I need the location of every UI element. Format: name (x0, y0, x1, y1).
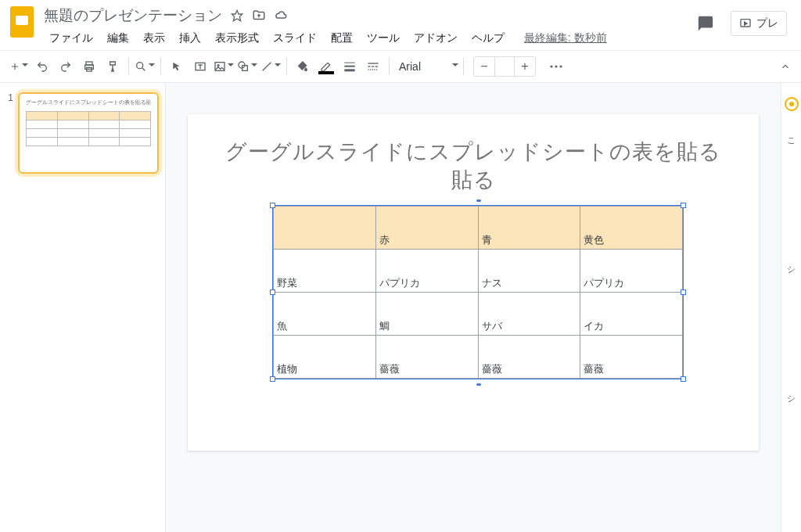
cloud-status-icon[interactable] (274, 9, 288, 23)
menu-insert[interactable]: 挿入 (174, 28, 207, 49)
font-family-select[interactable]: Arial (394, 56, 449, 77)
table-cell[interactable]: パプリカ (375, 250, 478, 293)
star-icon[interactable] (230, 9, 244, 23)
resize-handle-tl[interactable] (270, 203, 275, 208)
decrease-size-button[interactable]: − (474, 57, 494, 76)
toolbar-separator (286, 58, 287, 75)
collapse-toolbar-button[interactable] (774, 56, 796, 77)
slide-thumbnail-1[interactable]: グーグルスライドにスプレッドシートの表を貼る貼る (18, 92, 159, 174)
resize-handle-tr[interactable] (681, 203, 686, 208)
canvas-area[interactable]: グーグルスライドにスプレッドシートの表を貼る貼る ••• 赤 青 黄色 野菜 パ (166, 83, 781, 532)
resize-handle-br[interactable] (681, 376, 686, 382)
table-cell[interactable]: 植物 (274, 336, 376, 379)
svg-rect-17 (375, 66, 378, 66)
table-cell[interactable]: サバ (478, 293, 580, 336)
menu-addons[interactable]: アドオン (408, 28, 463, 49)
title-row: 無題のプレゼンテーション (44, 5, 691, 27)
toolbar-separator (160, 58, 161, 75)
chevron-down-icon (228, 63, 234, 70)
paint-format-button[interactable] (102, 56, 124, 77)
app-header: 無題のプレゼンテーション ファイル 編集 表示 挿入 表示形式 スライド 配置 … (0, 0, 801, 50)
document-title[interactable]: 無題のプレゼンテーション (44, 5, 222, 26)
menu-file[interactable]: ファイル (44, 28, 99, 49)
present-button[interactable]: プレ (731, 11, 787, 36)
slides-icon (10, 6, 34, 38)
rotate-handle-icon[interactable]: ••• (476, 383, 480, 387)
table-cell[interactable]: イカ (580, 293, 683, 336)
side-panel-label[interactable]: シ (787, 264, 796, 275)
svg-rect-22 (376, 69, 377, 70)
line-button[interactable] (260, 56, 282, 77)
border-color-swatch (318, 71, 334, 74)
svg-rect-20 (372, 69, 373, 70)
menu-bar: ファイル 編集 表示 挿入 表示形式 スライド 配置 ツール アドオン ヘルプ … (44, 28, 691, 49)
table-cell[interactable]: ナス (478, 250, 580, 293)
last-edit-status[interactable]: 最終編集: 数秒前 (524, 31, 607, 45)
table-cell[interactable]: 鯛 (375, 293, 478, 336)
table-cell[interactable]: 魚 (274, 293, 376, 336)
svg-point-23 (550, 65, 552, 67)
increase-size-button[interactable]: + (515, 57, 535, 76)
menu-format[interactable]: 表示形式 (210, 28, 264, 49)
side-panel: こ シ シ (781, 83, 801, 532)
svg-rect-16 (372, 66, 374, 66)
font-size-group: − + (473, 56, 536, 77)
move-folder-icon[interactable] (252, 9, 266, 23)
toolbar-separator (389, 58, 390, 75)
slide-canvas[interactable]: グーグルスライドにスプレッドシートの表を貼る貼る ••• 赤 青 黄色 野菜 パ (188, 114, 759, 451)
more-tools-button[interactable] (545, 56, 567, 77)
table-cell[interactable]: 赤 (375, 207, 478, 250)
chevron-down-icon (275, 63, 281, 70)
shape-button[interactable] (236, 56, 258, 77)
rotate-handle-icon[interactable]: ••• (476, 199, 480, 203)
toolbar-separator (128, 58, 129, 75)
menu-tools[interactable]: ツール (361, 28, 405, 49)
print-button[interactable] (78, 56, 100, 77)
resize-handle-mr[interactable] (681, 289, 686, 295)
redo-button[interactable] (55, 56, 77, 77)
chevron-down-icon (22, 63, 28, 70)
table-cell[interactable]: 黄色 (580, 207, 683, 250)
side-panel-label[interactable]: こ (787, 135, 796, 146)
undo-button[interactable] (31, 56, 53, 77)
new-slide-button[interactable] (8, 56, 30, 77)
textbox-button[interactable] (189, 56, 211, 77)
svg-rect-18 (368, 69, 368, 70)
svg-rect-15 (368, 66, 370, 66)
fill-color-button[interactable] (292, 56, 314, 77)
table-cell[interactable]: 薔薇 (375, 336, 478, 379)
workspace: 1 グーグルスライドにスプレッドシートの表を貼る貼る グーグルスライドにスプレッ… (0, 83, 801, 532)
zoom-button[interactable] (134, 56, 156, 77)
svg-point-24 (555, 65, 557, 67)
slide-title-text[interactable]: グーグルスライドにスプレッドシートの表を貼る貼る (224, 138, 723, 194)
filmstrip: 1 グーグルスライドにスプレッドシートの表を貼る貼る (0, 83, 166, 532)
table-cell[interactable]: パプリカ (580, 250, 683, 293)
select-tool-button[interactable] (166, 56, 188, 77)
app-logo[interactable] (6, 6, 38, 38)
side-panel-label[interactable]: シ (787, 393, 796, 404)
border-color-button[interactable] (315, 56, 337, 77)
menu-view[interactable]: 表示 (138, 28, 171, 49)
menu-help[interactable]: ヘルプ (466, 28, 510, 49)
side-panel-icon[interactable] (785, 97, 799, 111)
comments-icon[interactable] (691, 9, 720, 38)
table-cell[interactable]: 薔薇 (478, 336, 580, 379)
data-table[interactable]: 赤 青 黄色 野菜 パプリカ ナス パプリカ 魚 鯛 (273, 206, 683, 379)
header-actions: プレ (691, 5, 792, 38)
resize-handle-ml[interactable] (270, 289, 275, 295)
table-cell[interactable]: 薔薇 (580, 336, 683, 379)
table-cell[interactable] (274, 207, 376, 250)
table-cell[interactable]: 青 (478, 207, 580, 250)
border-dash-button[interactable] (362, 56, 384, 77)
border-weight-button[interactable] (339, 56, 361, 77)
chevron-down-icon (452, 63, 458, 70)
table-selection-border: 赤 青 黄色 野菜 パプリカ ナス パプリカ 魚 鯛 (272, 205, 684, 379)
image-button[interactable] (213, 56, 235, 77)
resize-handle-bl[interactable] (270, 376, 275, 382)
menu-arrange[interactable]: 配置 (325, 28, 358, 49)
menu-edit[interactable]: 編集 (102, 28, 135, 49)
table-cell[interactable]: 野菜 (274, 250, 376, 293)
menu-slide[interactable]: スライド (268, 28, 322, 49)
svg-rect-11 (344, 63, 354, 63)
size-value-display[interactable] (494, 57, 515, 76)
